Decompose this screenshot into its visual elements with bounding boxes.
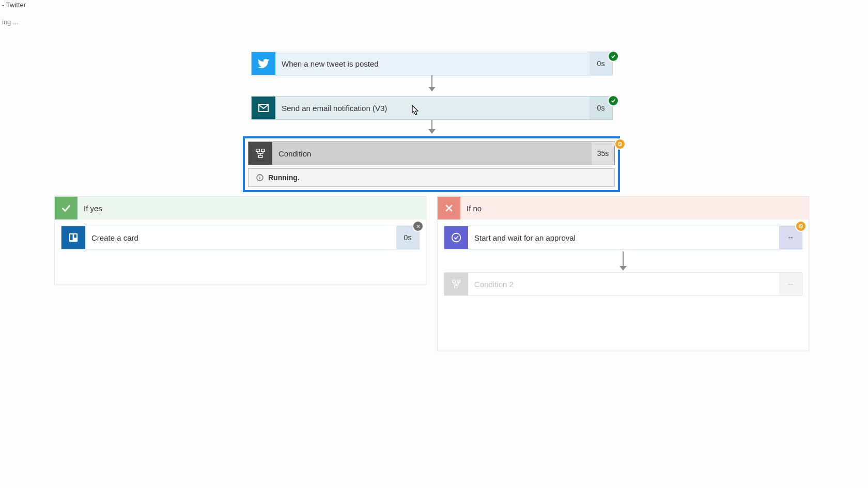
trigger-twitter-label: When a new tweet is posted xyxy=(275,52,590,75)
mouse-cursor-icon xyxy=(411,105,420,116)
create-card-status-error-icon xyxy=(413,222,423,231)
info-icon xyxy=(256,174,264,182)
condition-status-text: Running. xyxy=(268,174,300,182)
trigger-twitter-card[interactable]: When a new tweet is posted 0s xyxy=(251,52,613,75)
if-yes-header: If yes xyxy=(55,197,426,219)
svg-point-6 xyxy=(259,176,260,176)
condition-2-label: Condition 2 xyxy=(468,273,779,295)
condition-icon xyxy=(444,273,468,295)
svg-rect-3 xyxy=(258,155,262,158)
condition-duration: 35s xyxy=(592,142,614,165)
flow-canvas: When a new tweet is posted 0s Send an em… xyxy=(0,36,868,488)
action-create-card-label: Create a card xyxy=(85,226,396,249)
action-approval[interactable]: Start and wait for an approval -- xyxy=(444,226,802,249)
trigger-status-success-icon xyxy=(609,52,618,61)
svg-rect-2 xyxy=(261,149,265,152)
svg-rect-17 xyxy=(453,280,456,282)
email-status-success-icon xyxy=(609,96,618,105)
svg-rect-1 xyxy=(256,149,259,152)
check-icon xyxy=(55,197,78,219)
action-approval-label: Start and wait for an approval xyxy=(468,226,779,249)
condition-status-running-icon xyxy=(615,139,625,149)
cross-icon xyxy=(438,197,460,219)
condition-card-selected[interactable]: Condition 35s Running. xyxy=(243,136,620,192)
svg-rect-9 xyxy=(70,234,73,240)
condition-card[interactable]: Condition 35s xyxy=(248,141,615,165)
action-email-card[interactable]: Send an email notification (V3) 0s xyxy=(251,96,613,120)
arrow-icon xyxy=(623,251,624,270)
if-yes-label: If yes xyxy=(78,204,102,213)
approval-status-running-icon xyxy=(796,222,805,231)
browser-tab-title: - Twitter xyxy=(2,1,868,9)
svg-point-15 xyxy=(452,233,461,242)
condition-2-duration: -- xyxy=(779,273,802,295)
if-yes-branch[interactable]: If yes Create a card 0s xyxy=(54,196,426,285)
condition-icon xyxy=(249,142,272,165)
condition-label: Condition xyxy=(272,142,592,165)
loading-text: ing ... xyxy=(2,18,868,26)
action-email-label: Send an email notification (V3) xyxy=(275,97,590,119)
svg-rect-18 xyxy=(457,280,460,282)
arrow-icon xyxy=(431,120,432,133)
page-header: - Twitter ing ... xyxy=(0,0,868,31)
if-no-branch[interactable]: If no Start and wait for an approval -- xyxy=(437,196,809,351)
twitter-icon xyxy=(252,52,275,75)
trello-icon xyxy=(61,226,85,249)
svg-rect-10 xyxy=(74,234,76,238)
action-create-card[interactable]: Create a card 0s xyxy=(61,226,420,249)
condition-status-row: Running. xyxy=(248,168,615,187)
condition-2[interactable]: Condition 2 -- xyxy=(444,272,802,296)
svg-rect-19 xyxy=(455,286,458,288)
approval-icon xyxy=(444,226,468,249)
mail-icon xyxy=(252,97,275,119)
arrow-icon xyxy=(431,75,432,91)
if-no-header: If no xyxy=(438,197,809,219)
if-no-label: If no xyxy=(460,204,482,213)
